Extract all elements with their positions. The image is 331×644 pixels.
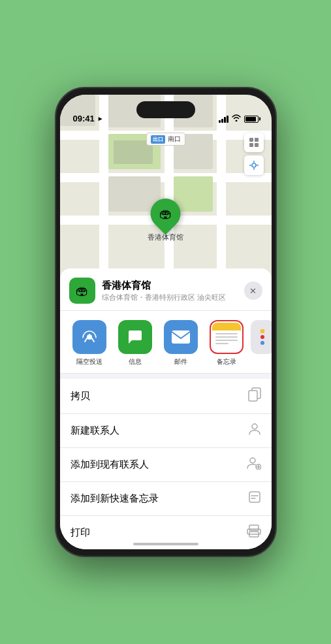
status-time: 09:41 ► [73, 114, 104, 123]
more-icon-circle [251, 320, 272, 354]
venue-info: 香港体育馆 综合体育馆・香港特别行政区 油尖旺区 [102, 280, 238, 302]
stadium-marker[interactable]: 🏟 香港体育馆 [148, 199, 183, 242]
svg-point-13 [252, 424, 257, 429]
home-indicator [133, 543, 198, 545]
mail-icon-circle [164, 320, 198, 354]
svg-rect-2 [249, 143, 253, 147]
mail-label: 邮件 [174, 357, 187, 366]
location-button[interactable] [244, 155, 264, 175]
battery-icon [244, 116, 259, 123]
share-mail[interactable]: 邮件 [158, 320, 204, 366]
map-controls[interactable] [244, 133, 264, 175]
action-list: 拷贝 新建联系人 [60, 379, 272, 549]
copy-icon [248, 387, 261, 405]
action-new-contact[interactable]: 新建联系人 [60, 414, 272, 448]
marker-pin: 🏟 [144, 192, 187, 234]
phone-screen: 09:41 ► [60, 95, 272, 549]
svg-rect-10 [172, 330, 190, 344]
quick-note-label: 添加到新快速备忘录 [71, 492, 159, 505]
share-airdrop[interactable]: 隔空投送 [67, 320, 112, 366]
status-icons [219, 114, 259, 123]
dynamic-island [136, 101, 195, 118]
new-contact-icon [248, 423, 261, 439]
airdrop-label: 隔空投送 [76, 357, 102, 366]
svg-rect-12 [249, 391, 257, 401]
print-label: 打印 [71, 526, 90, 539]
svg-rect-3 [255, 143, 259, 147]
wifi-icon [232, 114, 241, 123]
messages-icon-circle [118, 320, 152, 354]
venue-name: 香港体育馆 [102, 280, 238, 292]
venue-subtitle: 综合体育馆・香港特别行政区 油尖旺区 [102, 293, 238, 302]
svg-point-14 [250, 458, 255, 463]
venue-icon: 🏟 [69, 278, 95, 304]
new-contact-label: 新建联系人 [71, 425, 119, 437]
share-icons-row: 隔空投送 信息 [60, 311, 272, 374]
add-existing-icon [247, 457, 261, 473]
close-icon: ✕ [249, 286, 257, 296]
print-icon [247, 524, 261, 541]
action-copy[interactable]: 拷贝 [60, 379, 272, 414]
airdrop-icon-circle [72, 320, 106, 354]
map-label: 出口 南口 [146, 133, 185, 146]
action-quick-note[interactable]: 添加到新快速备忘录 [60, 482, 272, 516]
location-arrow-icon: ► [97, 115, 104, 122]
share-more[interactable] [249, 320, 272, 366]
share-messages[interactable]: 信息 [112, 320, 158, 366]
copy-label: 拷贝 [71, 390, 90, 402]
signal-bars-icon [219, 116, 229, 123]
notes-icon-circle [210, 320, 244, 354]
map-label-badge: 出口 [151, 135, 165, 144]
share-notes[interactable]: 备忘录 [204, 320, 249, 366]
action-add-existing[interactable]: 添加到现有联系人 [60, 448, 272, 482]
phone-frame: 09:41 ► [55, 87, 277, 557]
quick-note-icon [248, 491, 261, 507]
messages-label: 信息 [129, 357, 142, 366]
add-existing-label: 添加到现有联系人 [71, 459, 149, 471]
svg-rect-18 [249, 492, 260, 502]
svg-rect-1 [255, 138, 259, 142]
bottom-sheet: 🏟 香港体育馆 综合体育馆・香港特别行政区 油尖旺区 ✕ [60, 268, 272, 549]
svg-rect-21 [249, 525, 259, 530]
stadium-icon: 🏟 [159, 206, 172, 221]
close-button[interactable]: ✕ [244, 282, 262, 300]
svg-point-4 [252, 163, 256, 167]
map-type-button[interactable] [244, 133, 264, 152]
notes-label: 备忘录 [217, 357, 236, 366]
time-display: 09:41 [73, 114, 95, 123]
venue-header: 🏟 香港体育馆 综合体育馆・香港特别行政区 油尖旺区 ✕ [60, 268, 272, 311]
svg-rect-0 [249, 138, 253, 142]
map-label-text: 南口 [168, 135, 181, 144]
